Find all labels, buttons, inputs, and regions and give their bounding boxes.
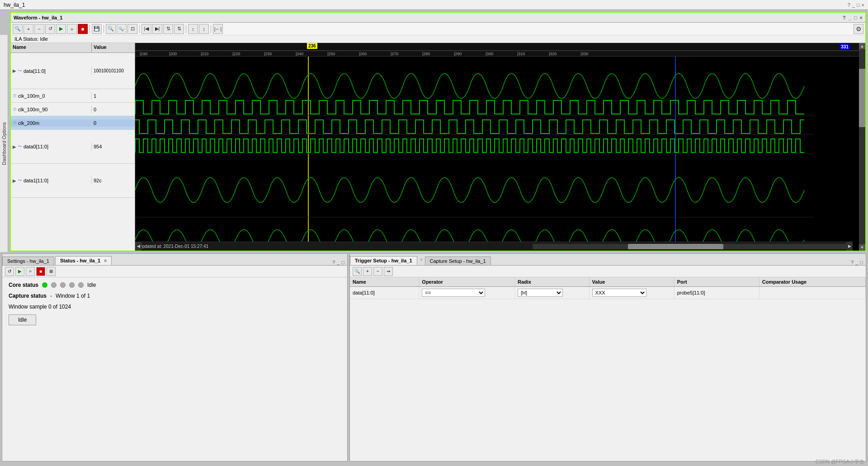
close-btn[interactable]: ×: [862, 2, 864, 8]
next-window-button[interactable]: ▶|: [152, 24, 162, 34]
v-scrollbar[interactable]: ▲ ▼: [859, 43, 865, 251]
trigger-help[interactable]: ?: [851, 260, 854, 265]
status-dot-gray2: [60, 282, 66, 288]
run-button[interactable]: ▶: [56, 24, 66, 34]
status-runall-btn[interactable]: »: [26, 267, 35, 276]
status-content: Core status Idle Capture status - Window…: [2, 277, 347, 461]
zoom-in-button[interactable]: 🔍: [106, 24, 116, 34]
capture-status-value: Window 1 of 1: [56, 293, 90, 299]
svg-text:|320: |320: [549, 52, 557, 56]
waveform-close[interactable]: ×: [860, 15, 863, 20]
scroll-right-btn[interactable]: ▶: [846, 242, 853, 251]
stop-button[interactable]: ■: [78, 24, 88, 34]
radix-select[interactable]: [H] [B] [D]: [518, 289, 563, 297]
cursor-up-button[interactable]: ⇅: [163, 24, 173, 34]
run-all-button[interactable]: »: [67, 24, 77, 34]
lock-button[interactable]: |←|: [213, 24, 223, 34]
trigger-tab-controls: ? _ □: [848, 260, 866, 265]
zoom-fit-button[interactable]: ⊡: [127, 24, 137, 34]
status-dot-green: [42, 282, 47, 288]
trigger-max[interactable]: □: [860, 260, 863, 265]
v-scroll-down-btn[interactable]: ▼: [859, 244, 865, 251]
v-scroll-up-btn[interactable]: ▲: [859, 43, 865, 49]
trigger-tab-separator: ×: [418, 257, 425, 263]
h-scrollbar-thumb[interactable]: [628, 244, 723, 249]
value-select[interactable]: XXX: [592, 289, 646, 297]
search-button[interactable]: 🔍: [13, 24, 23, 34]
trigger-add-btn[interactable]: +: [363, 267, 372, 276]
waveform-toolbar: 🔍 + − ↺ ▶ » ■ 💾 🔍 🔍- ⊡ |◀ ▶| ⇅ ⇅ ↕ ↕ |←|…: [11, 23, 865, 35]
trigger-table: Name Operator Radix Value Port Comparato…: [350, 277, 866, 299]
add-signal-button[interactable]: +: [24, 24, 33, 34]
th-comparator: Comparator Usage: [759, 277, 865, 287]
tab-close-icon[interactable]: ×: [104, 258, 107, 263]
list-item[interactable]: ⏱ clk_200m 0: [11, 116, 135, 130]
signal-list-header: Name Value: [11, 43, 135, 53]
trigger-table-container: Name Operator Radix Value Port Comparato…: [350, 277, 866, 299]
tab-status[interactable]: Status - hw_ila_1 ×: [55, 256, 112, 265]
trigger-min[interactable]: _: [855, 260, 858, 265]
list-item[interactable]: ▶ 〜 data[11:0] 100100101100: [11, 53, 135, 89]
capture-status-label: Capture status: [9, 293, 47, 299]
h-scrollbar[interactable]: [533, 244, 851, 249]
list-item[interactable]: ▶ 〜 data1[11:0] 92c: [11, 164, 135, 198]
status-run-btn[interactable]: ▶: [15, 267, 24, 276]
scroll-left-btn[interactable]: ◀: [135, 242, 142, 251]
signal-name-text: data1[11:0]: [24, 178, 48, 183]
tab-max[interactable]: □: [341, 260, 344, 265]
v-scrollbar-thumb[interactable]: [859, 69, 865, 127]
trigger-search-btn[interactable]: 🔍: [353, 267, 362, 276]
tab-capture-setup[interactable]: Capture Setup - hw_ila_1: [425, 257, 491, 265]
zoom-out-button[interactable]: 🔍-: [117, 24, 127, 34]
bottom-section: Settings - hw_ila_1 Status - hw_ila_1 × …: [2, 253, 866, 461]
tab-help[interactable]: ?: [332, 260, 335, 265]
list-item[interactable]: ⏱ clk_100m_90 0: [11, 103, 135, 116]
capture-status-dash: -: [50, 293, 52, 299]
settings-gear-button[interactable]: ⚙: [854, 24, 863, 34]
remove-signal-button[interactable]: −: [34, 24, 44, 34]
trigger-action-btn[interactable]: ⇒: [384, 267, 393, 276]
list-item[interactable]: ▶ 〜 data0[11:0] 954: [11, 130, 135, 164]
save-button[interactable]: 💾: [92, 24, 102, 34]
idle-button[interactable]: Idle: [9, 314, 36, 325]
status-refresh-btn[interactable]: ↺: [5, 267, 14, 276]
td-value[interactable]: XXX: [589, 287, 674, 299]
trigger-header-row: Name Operator Radix Value Port Comparato…: [350, 277, 866, 287]
signal-value-cell: 0: [92, 119, 135, 127]
tab-trigger-setup[interactable]: Trigger Setup - hw_ila_1: [350, 256, 417, 265]
waveform-max[interactable]: □: [854, 15, 857, 20]
trigger-remove-btn[interactable]: −: [373, 267, 382, 276]
wave-icon: 〜: [18, 177, 22, 184]
separator5: [211, 25, 211, 33]
th-value: Value: [589, 277, 674, 287]
tab-settings[interactable]: Settings - hw_ila_1: [2, 257, 54, 265]
status-stop-btn[interactable]: ■: [36, 267, 45, 276]
td-comparator-usage: [759, 287, 865, 299]
cursor2-button[interactable]: ↕: [199, 24, 209, 34]
max-btn[interactable]: □: [857, 2, 860, 8]
waveform-updated-text: Updated at: 2021-Dec-01 15:27:41: [135, 243, 212, 250]
td-radix[interactable]: [H] [B] [D]: [514, 287, 589, 299]
expand-arrow: ▶: [13, 178, 16, 183]
min-btn[interactable]: _: [852, 2, 855, 8]
waveform-help[interactable]: ?: [843, 15, 846, 20]
cursor1-button[interactable]: ↕: [188, 24, 198, 34]
refresh-button[interactable]: ↺: [45, 24, 55, 34]
tab-min[interactable]: _: [337, 260, 340, 265]
status-grid-btn[interactable]: ⊞: [47, 267, 56, 276]
list-item[interactable]: ⏱ clk_100m_0 1: [11, 89, 135, 103]
help-btn[interactable]: ?: [848, 2, 850, 8]
svg-text:|330: |330: [580, 52, 588, 56]
svg-text:|270: |270: [391, 52, 398, 56]
waveform-min[interactable]: _: [849, 15, 851, 20]
app-title: hw_ila_1: [4, 2, 25, 8]
td-operator[interactable]: == != < >: [419, 287, 515, 299]
signal-value-cell: 92c: [92, 177, 135, 184]
svg-text:|290: |290: [454, 52, 462, 56]
cursor-down-button[interactable]: ⇅: [174, 24, 184, 34]
core-status-row: Core status Idle: [9, 282, 341, 288]
ila-status-bar: ILA Status: Idle: [11, 35, 865, 43]
time-ruler: 236 331 |190 |200 |210 |220 |230: [135, 43, 859, 57]
operator-select[interactable]: == != < >: [422, 289, 485, 297]
prev-window-button[interactable]: |◀: [142, 24, 151, 34]
